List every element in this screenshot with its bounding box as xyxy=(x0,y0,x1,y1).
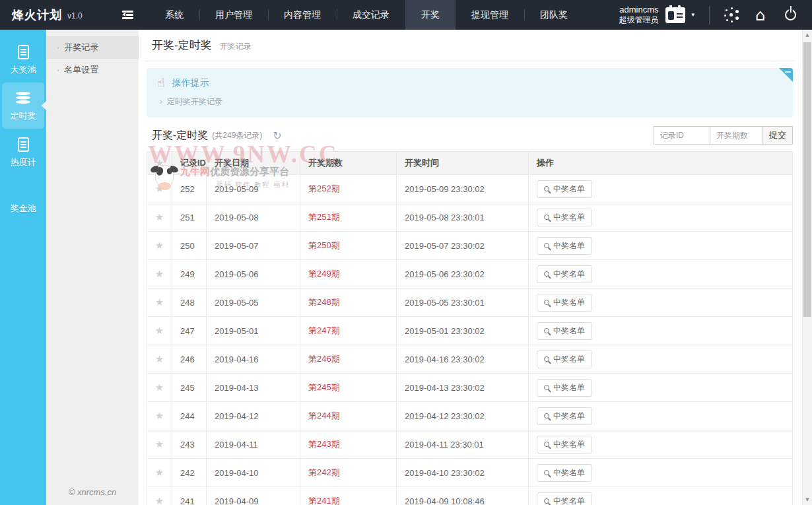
issue-link[interactable]: 第252期 xyxy=(308,184,340,193)
home-icon[interactable]: ⌂ xyxy=(755,9,765,22)
nav-menu-item[interactable]: 系统 xyxy=(149,0,199,30)
nav-menu-item[interactable]: 成交记录 xyxy=(337,0,405,30)
favorite-star-icon[interactable]: ★ xyxy=(155,438,164,450)
winners-button[interactable]: 中奖名单 xyxy=(537,492,592,505)
favorite-star-icon[interactable]: ★ xyxy=(155,240,164,252)
issue-link[interactable]: 第247期 xyxy=(308,325,340,335)
issue-link[interactable]: 第246期 xyxy=(308,354,340,364)
search-magnifier-icon xyxy=(544,271,549,277)
issue-link[interactable]: 第244期 xyxy=(308,411,340,421)
winners-button[interactable]: 中奖名单 xyxy=(537,407,592,425)
favorite-star-icon[interactable]: ★ xyxy=(155,353,164,365)
issue-cell: 第249期 xyxy=(300,260,397,288)
favorite-cell: ★ xyxy=(147,317,172,345)
issue-link[interactable]: 第249期 xyxy=(308,269,340,279)
winners-button[interactable]: 中奖名单 xyxy=(537,237,592,255)
chevron-down-icon[interactable]: ▼ xyxy=(691,12,696,18)
issue-link[interactable]: 第245期 xyxy=(308,382,340,392)
favorite-star-icon[interactable]: ★ xyxy=(155,410,164,422)
favorite-star-icon[interactable]: ★ xyxy=(155,495,164,505)
record-id-input[interactable] xyxy=(654,126,710,145)
favorite-star-icon[interactable]: ★ xyxy=(155,325,164,337)
nav-menu-item-label: 团队奖 xyxy=(540,9,568,20)
draw-date-cell: 2019-05-06 xyxy=(207,260,300,288)
tip-collapse-corner[interactable] xyxy=(779,68,793,82)
winners-button[interactable]: 中奖名单 xyxy=(537,436,592,454)
table-header-row: ★ 记录ID 开奖日期 开奖期数 开奖时间 操作 xyxy=(147,152,793,175)
star-icon: ★ xyxy=(155,157,164,169)
winners-button[interactable]: 中奖名单 xyxy=(537,322,592,340)
scroll-down-button[interactable]: ▼ xyxy=(803,494,812,505)
favorite-cell: ★ xyxy=(147,203,172,232)
favorite-cell: ★ xyxy=(147,288,172,317)
winners-button[interactable]: 中奖名单 xyxy=(537,379,592,397)
favorite-star-icon[interactable]: ★ xyxy=(155,268,164,280)
draw-date-cell: 2019-05-05 xyxy=(207,288,300,317)
table-row: ★ 248 2019-05-05 第248期 2019-05-05 23:30:… xyxy=(147,288,793,317)
winners-button[interactable]: 中奖名单 xyxy=(537,209,592,226)
sidebar-toggle-button[interactable] xyxy=(114,0,141,30)
favorite-star-icon[interactable]: ★ xyxy=(155,467,164,479)
winners-button[interactable]: 中奖名单 xyxy=(537,180,592,198)
nav-menu-item[interactable]: 提现管理 xyxy=(456,0,524,30)
issue-link[interactable]: 第248期 xyxy=(308,297,340,307)
table-row: ★ 247 2019-05-01 第247期 2019-05-01 23:30:… xyxy=(147,317,793,345)
issue-link[interactable]: 第242期 xyxy=(308,467,340,477)
draw-time-cell: 2019-04-10 23:30:02 xyxy=(397,459,529,487)
sidebar-item[interactable]: 定时奖 xyxy=(2,83,44,129)
page-header: 开奖-定时奖 开奖记录 xyxy=(145,30,794,61)
issue-number-input[interactable] xyxy=(710,126,763,145)
id-card-icon[interactable] xyxy=(665,7,685,23)
scroll-up-button[interactable]: ▲ xyxy=(803,30,812,40)
winners-button[interactable]: 中奖名单 xyxy=(537,351,592,368)
draw-time-cell: 2019-05-08 23:30:01 xyxy=(397,203,529,232)
sidebar-item[interactable]: 大奖池 xyxy=(2,36,44,83)
refresh-icon[interactable]: ↻ xyxy=(273,129,281,142)
file-icon xyxy=(18,45,29,59)
favorite-cell: ★ xyxy=(147,487,172,505)
winners-button[interactable]: 中奖名单 xyxy=(537,464,592,482)
nav-menu-item[interactable]: 团队奖 xyxy=(524,0,584,30)
nav-menu-item[interactable]: 开奖 xyxy=(405,0,456,30)
clear-cache-dots-icon[interactable] xyxy=(729,13,733,17)
draw-time-cell: 2019-04-13 23:30:02 xyxy=(397,374,529,402)
issue-link[interactable]: 第250期 xyxy=(308,240,340,250)
sidebar-item-label: 奖金池 xyxy=(11,203,36,215)
issue-cell: 第243期 xyxy=(300,430,397,459)
logout-button[interactable] xyxy=(785,9,796,20)
favorite-star-icon[interactable]: ★ xyxy=(155,211,164,223)
vertical-scrollbar[interactable]: ▲ ▼ xyxy=(802,30,812,505)
winners-button[interactable]: 中奖名单 xyxy=(537,265,592,283)
nav-menu-item[interactable]: 内容管理 xyxy=(268,0,337,30)
record-id-cell: 249 xyxy=(172,260,207,288)
search-magnifier-icon xyxy=(544,186,549,191)
table-header-cell: 开奖时间 xyxy=(397,152,529,175)
favorite-cell: ★ xyxy=(147,232,172,260)
nav-menu-item-label: 用户管理 xyxy=(215,9,252,20)
favorite-cell: ★ xyxy=(147,459,172,487)
nav-menu-item[interactable]: 用户管理 xyxy=(199,0,268,30)
sidebar-item[interactable]: 奖金池 xyxy=(2,175,44,221)
winners-button-label: 中奖名单 xyxy=(553,240,585,252)
issue-link[interactable]: 第251期 xyxy=(308,212,340,222)
issue-link[interactable]: 第241期 xyxy=(308,496,340,505)
winners-button-label: 中奖名单 xyxy=(553,354,585,365)
favorite-cell: ★ xyxy=(147,402,172,430)
record-id-cell: 246 xyxy=(172,345,207,374)
sidebar-item[interactable]: 热度计 xyxy=(2,129,44,175)
file-icon xyxy=(18,137,29,152)
winners-button[interactable]: 中奖名单 xyxy=(537,294,592,312)
favorite-cell: ★ xyxy=(147,430,172,459)
table-row: ★ 241 2019-04-09 第241期 2019-04-09 10:08:… xyxy=(147,487,793,505)
favorite-star-icon[interactable]: ★ xyxy=(155,296,164,308)
issue-link[interactable]: 第243期 xyxy=(308,439,340,449)
draw-date-cell: 2019-04-10 xyxy=(207,459,300,487)
submenu-item[interactable]: ·开奖记录 xyxy=(46,36,139,59)
submit-button[interactable]: 提交 xyxy=(763,126,793,145)
scrollbar-thumb[interactable] xyxy=(803,42,811,317)
draw-time-cell: 2019-05-07 23:30:02 xyxy=(397,232,529,260)
submenu-item[interactable]: ·名单设置 xyxy=(46,59,139,81)
favorite-star-icon[interactable]: ★ xyxy=(155,382,164,393)
favorite-star-icon[interactable]: ★ xyxy=(155,183,164,195)
user-info[interactable]: admincms 超级管理员 xyxy=(619,5,659,25)
